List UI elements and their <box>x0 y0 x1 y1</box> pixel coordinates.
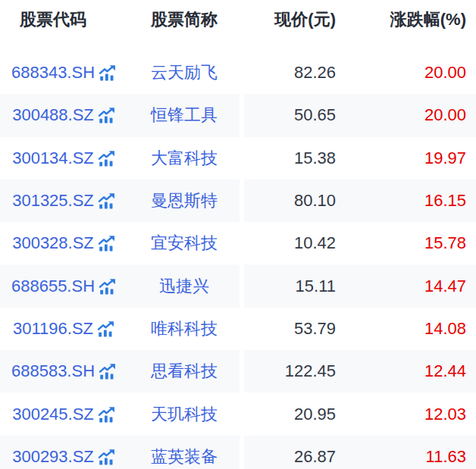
trend-chart-icon[interactable] <box>98 361 117 381</box>
stock-price: 15.38 <box>240 149 347 168</box>
table-row: 300245.SZ 天玑科技 20.95 12.03 <box>0 392 476 435</box>
table-row: 300134.SZ 大富科技 15.38 19.97 <box>0 137 476 180</box>
stock-change-pct: 15.78 <box>347 233 476 253</box>
stock-change-pct: 14.47 <box>347 277 476 296</box>
stock-name-link[interactable]: 宜安科技 <box>129 232 240 255</box>
trend-chart-icon[interactable] <box>97 447 117 467</box>
table-row: 301196.SZ 唯科科技 53.79 14.08 <box>0 308 476 350</box>
table-row: 688655.SH 迅捷兴 15.11 14.47 <box>0 264 476 307</box>
table-row: 300328.SZ 宜安科技 10.42 15.78 <box>0 222 476 264</box>
trend-chart-icon[interactable] <box>97 149 117 168</box>
table-row: 301325.SZ 曼恩斯特 80.10 16.15 <box>0 180 476 222</box>
stock-name-link[interactable]: 大富科技 <box>129 147 240 170</box>
stock-code-cell: 300245.SZ <box>0 405 129 424</box>
stock-change-pct: 20.00 <box>347 105 476 125</box>
stock-code-link[interactable]: 301325.SZ <box>12 191 94 211</box>
header-price: 现价(元) <box>240 8 347 31</box>
stock-code-cell: 688583.SH <box>0 361 129 381</box>
stock-change-pct: 16.15 <box>347 191 476 211</box>
table-row: 688343.SH 云天励飞 82.26 20.00 <box>0 52 476 94</box>
stock-price: 122.45 <box>240 361 347 381</box>
stock-change-pct: 19.97 <box>347 149 476 168</box>
stock-code-cell: 688655.SH <box>0 277 129 296</box>
table-body: 688343.SH 云天励飞 82.26 20.00 <box>0 52 476 469</box>
stock-code-link[interactable]: 300245.SZ <box>12 405 94 424</box>
stock-code-link[interactable]: 300328.SZ <box>12 233 94 253</box>
trend-chart-icon[interactable] <box>98 277 117 296</box>
stock-name-link[interactable]: 曼恩斯特 <box>129 189 240 212</box>
trend-chart-icon[interactable] <box>97 191 117 211</box>
stock-change-pct: 12.44 <box>347 361 476 381</box>
table-row: 300293.SZ 蓝英装备 26.87 11.63 <box>0 436 476 469</box>
trend-chart-icon[interactable] <box>97 105 117 125</box>
stock-code-cell: 300488.SZ <box>0 105 129 125</box>
trend-chart-icon[interactable] <box>98 63 117 83</box>
trend-chart-icon[interactable] <box>97 233 117 253</box>
stock-code-link[interactable]: 688583.SH <box>11 361 95 381</box>
table-header-row: 股票代码 股票简称 现价(元) 涨跌幅(%) <box>0 0 476 52</box>
table-row: 688583.SH 思看科技 122.45 12.44 <box>0 350 476 392</box>
stock-price: 53.79 <box>240 319 347 339</box>
table-row: 300488.SZ 恒锋工具 50.65 20.00 <box>0 94 476 136</box>
stock-change-pct: 12.03 <box>347 405 476 424</box>
stock-code-cell: 300134.SZ <box>0 149 129 168</box>
stock-code-cell: 301325.SZ <box>0 191 129 211</box>
stock-code-cell: 688343.SH <box>0 63 129 83</box>
stock-change-pct: 11.63 <box>347 447 476 467</box>
stock-name-link[interactable]: 恒锋工具 <box>129 104 240 127</box>
header-change-pct: 涨跌幅(%) <box>347 8 476 31</box>
stock-price: 80.10 <box>240 191 347 211</box>
trend-chart-icon[interactable] <box>96 319 116 339</box>
trend-chart-icon[interactable] <box>97 405 117 424</box>
stock-change-pct: 20.00 <box>347 63 476 83</box>
stock-name-link[interactable]: 蓝英装备 <box>129 446 240 468</box>
stock-code-cell: 300328.SZ <box>0 233 129 253</box>
stock-name-link[interactable]: 天玑科技 <box>129 403 240 426</box>
header-stock-code: 股票代码 <box>0 8 129 31</box>
stock-price: 26.87 <box>240 447 347 467</box>
stock-code-link[interactable]: 300293.SZ <box>12 447 94 467</box>
stock-price: 10.42 <box>240 233 347 253</box>
stock-code-link[interactable]: 300134.SZ <box>12 149 94 168</box>
stock-code-cell: 300293.SZ <box>0 447 129 467</box>
header-stock-name: 股票简称 <box>129 8 240 31</box>
stock-table: 股票代码 股票简称 现价(元) 涨跌幅(%) 688343.SH <box>0 0 476 469</box>
stock-code-link[interactable]: 300488.SZ <box>12 105 94 125</box>
stock-price: 15.11 <box>240 277 347 296</box>
stock-name-link[interactable]: 唯科科技 <box>129 317 240 340</box>
stock-name-link[interactable]: 迅捷兴 <box>129 275 240 298</box>
stock-change-pct: 14.08 <box>347 319 476 339</box>
stock-name-link[interactable]: 思看科技 <box>129 360 240 383</box>
stock-code-link[interactable]: 688655.SH <box>11 277 95 296</box>
stock-price: 50.65 <box>240 105 347 125</box>
stock-code-link[interactable]: 688343.SH <box>11 63 95 83</box>
stock-price: 20.95 <box>240 405 347 424</box>
stock-code-link[interactable]: 301196.SZ <box>13 319 93 339</box>
stock-name-link[interactable]: 云天励飞 <box>129 61 240 84</box>
stock-price: 82.26 <box>240 63 347 83</box>
stock-code-cell: 301196.SZ <box>0 319 129 339</box>
